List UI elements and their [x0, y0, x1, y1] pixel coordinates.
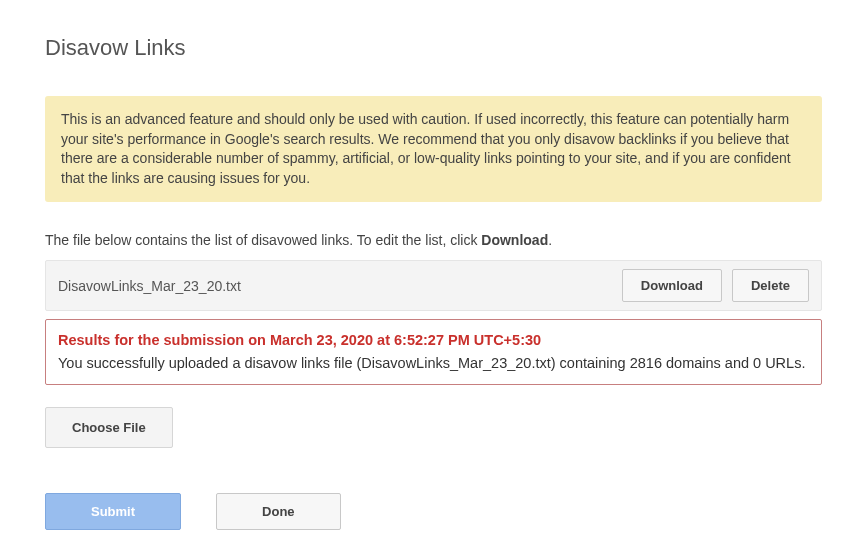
instruction-action: Download: [481, 232, 548, 248]
result-box: Results for the submission on March 23, …: [45, 319, 822, 385]
instruction-prefix: The file below contains the list of disa…: [45, 232, 481, 248]
done-button[interactable]: Done: [216, 493, 341, 530]
instruction-text: The file below contains the list of disa…: [45, 232, 822, 248]
result-body: You successfully uploaded a disavow link…: [58, 353, 809, 374]
warning-banner: This is an advanced feature and should o…: [45, 96, 822, 202]
submit-button[interactable]: Submit: [45, 493, 181, 530]
result-title: Results for the submission on March 23, …: [58, 330, 809, 351]
bottom-actions: Submit Done: [45, 493, 822, 530]
choose-file-button[interactable]: Choose File: [45, 407, 173, 448]
file-row: DisavowLinks_Mar_23_20.txt Download Dele…: [45, 260, 822, 311]
download-button[interactable]: Download: [622, 269, 722, 302]
instruction-suffix: .: [548, 232, 552, 248]
delete-button[interactable]: Delete: [732, 269, 809, 302]
file-name: DisavowLinks_Mar_23_20.txt: [58, 278, 612, 294]
page-title: Disavow Links: [45, 35, 822, 61]
